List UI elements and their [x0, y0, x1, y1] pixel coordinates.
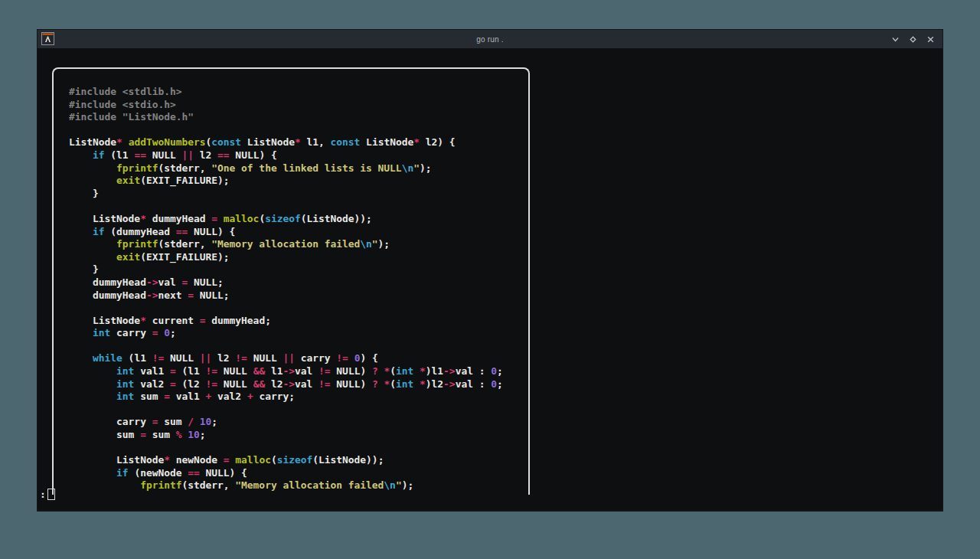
code-line: fprintf(stderr, "Memory allocation faile…	[69, 238, 503, 251]
code-block: #include <stdlib.h>#include <stdio.h>#in…	[69, 86, 503, 492]
code-line: #include <stdlib.h>	[69, 86, 503, 99]
window-controls	[890, 30, 936, 48]
close-button[interactable]	[926, 34, 936, 44]
terminal-window: go run . #include <stdlib.h>#include <st…	[37, 29, 943, 512]
code-line	[69, 124, 503, 137]
terminal-cursor	[47, 489, 55, 500]
code-line	[69, 442, 503, 455]
code-line	[69, 340, 503, 353]
minimize-button[interactable]	[890, 34, 900, 44]
code-line: exit(EXIT_FAILURE);	[69, 175, 503, 188]
code-line: }	[69, 188, 503, 201]
code-line: carry = sum / 10;	[69, 416, 503, 429]
code-line	[69, 302, 503, 315]
window-title: go run .	[38, 35, 942, 44]
maximize-button[interactable]	[908, 34, 918, 44]
code-line: exit(EXIT_FAILURE);	[69, 251, 503, 264]
code-line	[69, 404, 503, 417]
titlebar[interactable]: go run .	[38, 30, 942, 48]
command-prompt: :	[40, 489, 46, 500]
diamond-icon	[908, 34, 918, 44]
code-line: #include <stdio.h>	[69, 99, 503, 112]
code-line: int val2 = (l2 != NULL && l2->val != NUL…	[69, 378, 503, 391]
command-line: :	[40, 488, 55, 500]
code-line: if (dummyHead == NULL) {	[69, 226, 503, 239]
xterm-app-icon	[41, 32, 54, 45]
code-line: ListNode* newNode = malloc(sizeof(ListNo…	[69, 454, 503, 467]
code-line	[69, 200, 503, 213]
chevron-down-icon	[890, 34, 900, 44]
code-line: dummyHead->next = NULL;	[69, 289, 503, 302]
code-line: ListNode* dummyHead = malloc(sizeof(List…	[69, 213, 503, 226]
terminal-screen[interactable]: #include <stdlib.h>#include <stdio.h>#in…	[38, 48, 942, 510]
code-line: ListNode* current = dummyHead;	[69, 315, 503, 328]
code-line: dummyHead->val = NULL;	[69, 276, 503, 289]
close-icon	[926, 34, 936, 44]
code-line: int sum = val1 + val2 + carry;	[69, 391, 503, 404]
code-line: while (l1 != NULL || l2 != NULL || carry…	[69, 352, 503, 365]
code-line: #include "ListNode.h"	[69, 111, 503, 124]
code-line: int carry = 0;	[69, 327, 503, 340]
code-line: }	[69, 263, 503, 276]
code-line: sum = sum % 10;	[69, 429, 503, 442]
code-line: int val1 = (l1 != NULL && l1->val != NUL…	[69, 365, 503, 378]
code-line: ListNode* addTwoNumbers(const ListNode* …	[69, 136, 503, 149]
code-line: fprintf(stderr, "One of the linked lists…	[69, 162, 503, 175]
code-line: if (newNode == NULL) {	[69, 467, 503, 480]
code-line: fprintf(stderr, "Memory allocation faile…	[69, 479, 503, 492]
code-line: if (l1 == NULL || l2 == NULL) {	[69, 149, 503, 162]
